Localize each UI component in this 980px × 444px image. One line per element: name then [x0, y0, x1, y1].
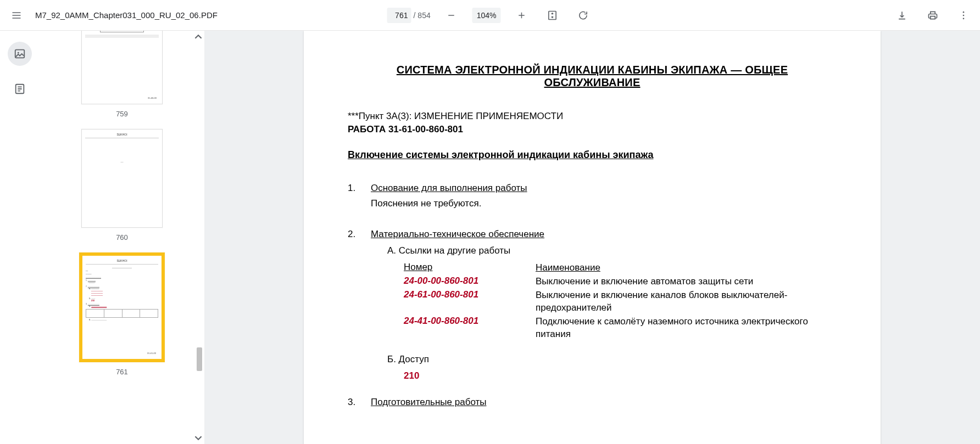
thumbnail-label: 759 — [116, 110, 128, 118]
subsection-b: Б. Доступ 210 — [387, 354, 837, 381]
total-pages: 854 — [417, 11, 430, 20]
section-number: 3. — [348, 397, 361, 408]
ref-name: Выключение и включение каналов блоков вы… — [536, 289, 837, 314]
thumbnail-item[interactable]: 31-60-00 759 — [81, 31, 163, 118]
subsection-a: А. Ссылки на другие работы Номер Наимено… — [387, 245, 837, 341]
thumbnail-761[interactable]: SUKHOI ————————— *** ——— ———————— 1. ———… — [79, 252, 165, 362]
thumbnail-label: 761 — [116, 368, 128, 376]
rotate-icon — [578, 10, 589, 21]
minus-icon — [447, 10, 456, 20]
ref-code: 24-00-00-860-801 — [404, 276, 514, 286]
print-button[interactable] — [923, 5, 943, 25]
filename: M7_92_0AMM_Chapter031_000_RU_02_06.PDF — [31, 10, 218, 20]
page-indicator: / 854 — [387, 8, 430, 23]
ref-row: 24-00-00-860-801 Выключение и включение … — [404, 276, 837, 288]
fit-page-button[interactable] — [543, 5, 563, 25]
ref-name: Выключение и включение автоматов защиты … — [536, 276, 837, 288]
section-1: 1. Основание для выполнения работы Поясн… — [348, 183, 837, 209]
section-heading: Подготовительные работы — [371, 397, 837, 408]
section-number: 2. — [348, 229, 361, 381]
more-button[interactable] — [954, 5, 973, 25]
reference-table: Номер Наименование 24-00-00-860-801 Выкл… — [404, 262, 837, 341]
ref-header-number: Номер — [404, 262, 514, 273]
ref-row: 24-61-00-860-801 Выключение и включение … — [404, 289, 837, 314]
section-number: 1. — [348, 183, 361, 209]
thumbnail-label: 760 — [116, 233, 128, 241]
image-icon — [14, 48, 26, 60]
doc-meta: ***Пункт 3А(3): ИЗМЕНЕНИЕ ПРИМЕНЯЕМОСТИ — [348, 111, 837, 122]
svg-point-3 — [963, 18, 965, 19]
download-icon — [897, 10, 907, 21]
subsection-label: А. Ссылки на другие работы — [387, 245, 837, 256]
outline-toggle[interactable] — [8, 77, 32, 101]
page-sheet: СИСТЕМА ЭЛЕКТРОННОЙ ИНДИКАЦИИ КАБИНЫ ЭКИ… — [304, 31, 881, 444]
sidebar-rail — [0, 31, 40, 444]
menu-icon — [11, 10, 22, 21]
thumbnail-759[interactable]: 31-60-00 — [81, 31, 163, 104]
section-heading: Материально-техническое обеспечение — [371, 229, 837, 240]
rotate-button[interactable] — [573, 5, 593, 25]
thumbnail-item[interactable]: SUKHOI — 760 — [81, 129, 163, 241]
scroll-up-icon[interactable] — [194, 33, 202, 41]
fit-page-icon — [547, 10, 558, 21]
doc-subtitle: Включение системы электронной индикации … — [348, 149, 837, 161]
section-text: Пояснения не требуются. — [371, 198, 837, 209]
zoom-out-button[interactable] — [442, 5, 461, 25]
plus-icon — [517, 10, 527, 20]
thumb-scrollbar-track[interactable] — [196, 41, 203, 434]
ref-header-name: Наименование — [536, 262, 837, 274]
page-input[interactable] — [387, 8, 411, 23]
doc-title: СИСТЕМА ЭЛЕКТРОННОЙ ИНДИКАЦИИ КАБИНЫ ЭКИ… — [348, 64, 837, 89]
print-icon — [927, 10, 938, 21]
zoom-level[interactable]: 104% — [472, 8, 501, 23]
access-value: 210 — [404, 370, 837, 381]
ref-code: 24-41-00-860-801 — [404, 316, 514, 327]
download-button[interactable] — [892, 5, 912, 25]
svg-point-2 — [963, 14, 965, 16]
toolbar: M7_92_0AMM_Chapter031_000_RU_02_06.PDF /… — [0, 0, 980, 31]
thumbnails-toggle[interactable] — [8, 42, 32, 66]
outline-icon — [14, 83, 26, 95]
svg-point-1 — [963, 11, 965, 13]
ref-code: 24-61-00-860-801 — [404, 289, 514, 300]
section-3: 3. Подготовительные работы — [348, 397, 837, 408]
svg-point-5 — [18, 52, 19, 54]
subsection-label: Б. Доступ — [387, 354, 837, 365]
scroll-down-icon[interactable] — [194, 434, 202, 442]
more-vertical-icon — [958, 10, 969, 21]
ref-name: Подключение к самолёту наземного источни… — [536, 316, 837, 341]
page-separator: / — [413, 11, 415, 20]
thumbnail-760[interactable]: SUKHOI — — [81, 129, 163, 228]
thumbnail-panel: 31-60-00 759 SUKHOI — 760 SUKHOI — [40, 31, 204, 444]
menu-button[interactable] — [7, 5, 26, 25]
page-area[interactable]: СИСТЕМА ЭЛЕКТРОННОЙ ИНДИКАЦИИ КАБИНЫ ЭКИ… — [204, 31, 980, 444]
section-2: 2. Материально-техническое обеспечение А… — [348, 229, 837, 381]
thumbnail-item[interactable]: SUKHOI ————————— *** ——— ———————— 1. ———… — [79, 252, 165, 376]
body: 31-60-00 759 SUKHOI — 760 SUKHOI — [0, 31, 980, 444]
section-heading: Основание для выполнения работы — [371, 183, 837, 194]
ref-row: 24-41-00-860-801 Подключение к самолёту … — [404, 316, 837, 341]
zoom-in-button[interactable] — [512, 5, 532, 25]
thumb-scrollbar-thumb[interactable] — [197, 347, 202, 371]
doc-task: РАБОТА 31-61-00-860-801 — [348, 124, 837, 135]
